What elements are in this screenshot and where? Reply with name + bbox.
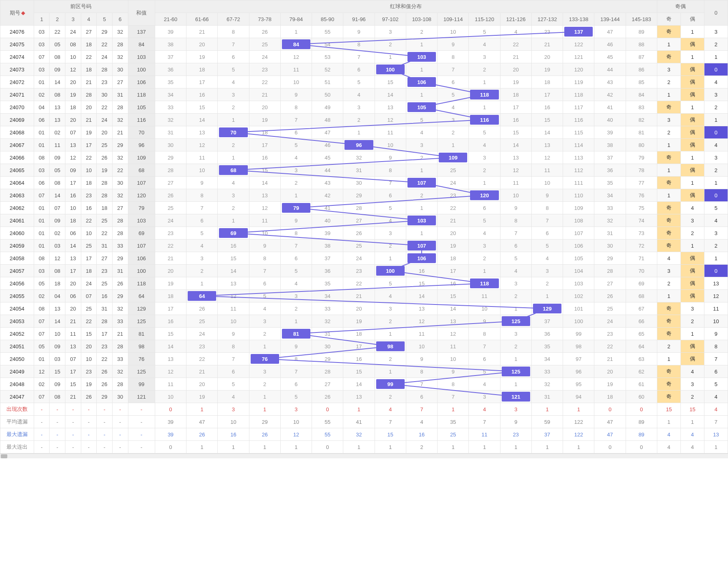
cell-dist: 45 [312, 151, 343, 164]
cell-sum: 125 [128, 365, 155, 378]
cell-dist: 23 [594, 328, 626, 340]
cell-dist: 13 [375, 101, 406, 114]
cell-dist: 8 [218, 26, 249, 38]
cell-ball: 16 [81, 202, 97, 214]
cell-dist: 44 [312, 164, 343, 177]
cell-ball: 28 [97, 315, 113, 328]
cell-odd: 奇 [657, 177, 681, 189]
cell-dist: 60 [626, 391, 657, 403]
cell-dist: 14 [249, 177, 280, 189]
cell-dist: 38 [312, 240, 343, 252]
cell-dist: 51 [312, 76, 343, 88]
cell-qihao: 24067 [0, 139, 34, 151]
cell-dist: 3 [375, 302, 406, 315]
stat-cell: 3 [218, 403, 249, 416]
cell-dist: 11 [406, 328, 437, 340]
cell-dist: 1 [500, 353, 531, 365]
cell-dist: 20 [186, 38, 218, 51]
cell-dist: 17 [500, 101, 531, 114]
cell-dist: 15 [186, 101, 218, 114]
col-qihao[interactable]: 期号◆ [0, 0, 34, 26]
horizontal-scrollbar[interactable] [0, 453, 728, 458]
cell-dist: 28 [343, 202, 375, 214]
cell-dist: 66 [626, 315, 657, 328]
cell-dist: 106 [563, 240, 594, 252]
stat-cell: - [50, 416, 65, 428]
stat-cell: - [50, 428, 65, 441]
cell-dist: 32 [155, 114, 186, 126]
cell-qihao: 24057 [0, 265, 34, 277]
cell-dist: 4 [375, 290, 406, 302]
cell-dist: 38 [155, 38, 186, 51]
cell-ball: 08 [50, 265, 65, 277]
stat-cell: 1 [531, 403, 563, 416]
cell-ball: 07 [34, 315, 50, 328]
cell-dist: 3 [218, 189, 249, 202]
table-row: 2406801020719202170311370186471114251514… [0, 126, 728, 139]
stat-cell: - [65, 403, 81, 416]
stat-cell: - [112, 428, 128, 441]
cell-dist: 121 [500, 391, 531, 403]
col-range: 21-60 [155, 13, 186, 26]
cell-zero: 4 [704, 76, 728, 88]
stat-cell: 1 [563, 441, 594, 453]
cell-ball: 12 [65, 63, 81, 76]
cell-dist: 5 [218, 63, 249, 76]
stat-cell: 0 [626, 441, 657, 453]
cell-ball: 17 [81, 139, 97, 151]
cell-dist: 75 [626, 202, 657, 214]
cell-dist: 6 [500, 240, 531, 252]
cell-odd: 2 [657, 277, 681, 290]
cell-sum: 118 [128, 277, 155, 290]
stat-cell: - [112, 403, 128, 416]
stat-cell: 1 [218, 441, 249, 453]
cell-dist: 13 [406, 302, 437, 315]
cell-ball: 10 [65, 202, 81, 214]
cell-dist: 79 [626, 151, 657, 164]
cell-dist: 4 [469, 227, 500, 240]
table-row: 2405605182024252611819113643522515161183… [0, 277, 728, 290]
table-row: 2407102081928303111834163219504141511818… [0, 88, 728, 101]
cell-dist: 19 [186, 391, 218, 403]
cell-dist: 88 [626, 38, 657, 51]
cell-sum: 68 [128, 164, 155, 177]
scrollbar-thumb[interactable] [1, 454, 7, 458]
cell-ball: 08 [34, 302, 50, 315]
cell-ball: 03 [34, 265, 50, 277]
stat-cell: 41 [343, 416, 375, 428]
cell-dist: 12 [280, 51, 312, 63]
cell-dist: 11 [218, 302, 249, 315]
stat-cell: 7 [406, 403, 437, 416]
cell-dist: 15 [249, 164, 280, 177]
cell-dist: 109 [438, 151, 469, 164]
cell-zero: 3 [704, 227, 728, 240]
cell-ball: 25 [81, 240, 97, 252]
cell-dist: 12 [438, 328, 469, 340]
cell-dist: 64 [626, 340, 657, 353]
trend-table: 期号◆ 前区号码 和值 红球和值分布 奇偶 0 12345621-6061-66… [0, 0, 728, 453]
cell-dist: 12 [406, 315, 437, 328]
cell-dist: 1 [280, 315, 312, 328]
cell-ball: 02 [50, 126, 65, 139]
cell-dist: 15 [375, 76, 406, 88]
cell-dist: 6 [218, 51, 249, 63]
cell-dist: 10 [218, 315, 249, 328]
table-row: 2406906132021243211632141197482125311616… [0, 114, 728, 126]
cell-dist: 49 [312, 101, 343, 114]
cell-dist: 2 [249, 328, 280, 340]
cell-ball: 24 [97, 114, 113, 126]
cell-ball: 07 [34, 51, 50, 63]
cell-dist: 8 [531, 202, 563, 214]
stat-cell: 0 [594, 441, 626, 453]
cell-sum: 106 [128, 252, 155, 265]
cell-dist: 4 [186, 240, 218, 252]
cell-ball: 01 [34, 240, 50, 252]
cell-dist: 4 [500, 265, 531, 277]
cell-odd: 奇 [657, 391, 681, 403]
cell-dist: 22 [155, 240, 186, 252]
cell-dist: 10 [531, 177, 563, 189]
stat-cell: 0 [594, 403, 626, 416]
cell-dist: 125 [500, 365, 531, 378]
cell-dist: 5 [280, 139, 312, 151]
col-qianqu-6: 6 [112, 13, 128, 26]
